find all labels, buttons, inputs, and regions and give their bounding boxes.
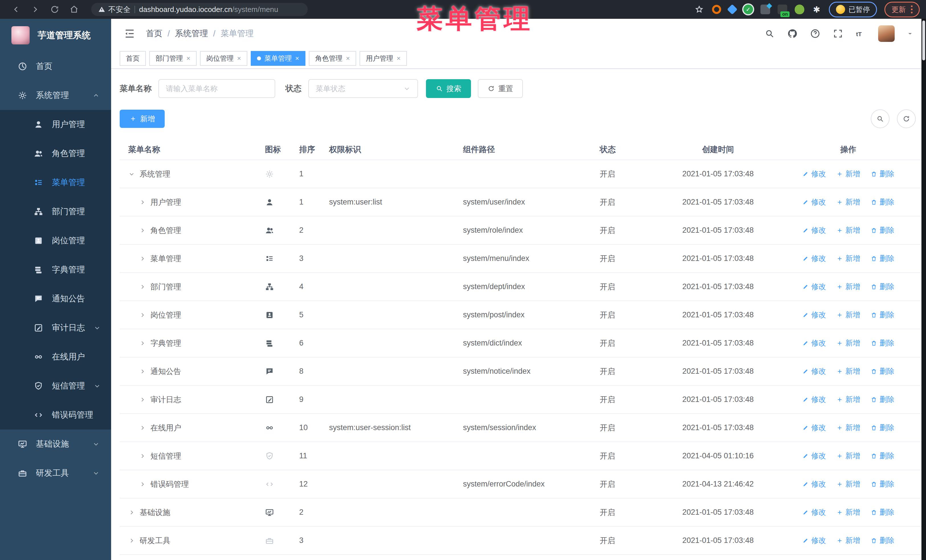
add-child-button[interactable]: 新增 <box>836 507 860 517</box>
edit-button[interactable]: 修改 <box>802 338 826 348</box>
extension-icon[interactable] <box>778 5 787 14</box>
tab-post[interactable]: 岗位管理× <box>200 51 247 66</box>
url-bar[interactable]: 不安全 dashboard.yudao.iocoder.cn/system/me… <box>91 3 308 16</box>
delete-button[interactable]: 删除 <box>870 366 894 376</box>
add-child-button[interactable]: 新增 <box>836 423 860 433</box>
edit-button[interactable]: 修改 <box>802 479 826 489</box>
delete-button[interactable]: 删除 <box>870 197 894 207</box>
breadcrumb-item[interactable]: 系统管理 <box>175 28 208 39</box>
sidebar-item-online-user[interactable]: 在线用户 <box>0 343 111 371</box>
chevron-right-icon[interactable] <box>139 481 146 488</box>
sidebar-item-role[interactable]: 角色管理 <box>0 139 111 168</box>
bookmark-star-icon[interactable] <box>694 4 705 15</box>
tab-dept[interactable]: 部门管理× <box>149 51 197 66</box>
close-icon[interactable]: × <box>396 55 401 62</box>
delete-button[interactable]: 删除 <box>870 169 894 179</box>
extension-icon[interactable] <box>727 4 738 15</box>
edit-button[interactable]: 修改 <box>802 282 826 292</box>
sidebar-collapse-icon[interactable] <box>124 28 136 39</box>
add-child-button[interactable]: 新增 <box>836 225 860 235</box>
close-icon[interactable]: × <box>237 55 241 62</box>
menu-status-select[interactable]: 菜单状态 <box>308 79 418 98</box>
extension-icon[interactable] <box>794 5 804 14</box>
sidebar-item-dict[interactable]: 字典管理 <box>0 255 111 284</box>
delete-button[interactable]: 删除 <box>870 338 894 348</box>
add-child-button[interactable]: 新增 <box>836 282 860 292</box>
edit-button[interactable]: 修改 <box>802 536 826 545</box>
reload-icon[interactable] <box>49 4 61 15</box>
scrollbar[interactable] <box>921 19 926 560</box>
chevron-right-icon[interactable] <box>139 396 146 403</box>
search-icon[interactable] <box>764 28 775 39</box>
add-child-button[interactable]: 新增 <box>836 254 860 264</box>
edit-button[interactable]: 修改 <box>802 423 826 433</box>
extensions-puzzle-icon[interactable]: ✱ <box>812 5 822 14</box>
add-child-button[interactable]: 新增 <box>836 197 860 207</box>
avatar[interactable] <box>878 25 895 42</box>
add-child-button[interactable]: 新增 <box>836 394 860 405</box>
tab-user[interactable]: 用户管理× <box>360 51 407 66</box>
sidebar-item-sms[interactable]: 短信管理 <box>0 371 111 400</box>
home-icon[interactable] <box>68 4 80 15</box>
show-search-button[interactable] <box>871 109 890 128</box>
delete-button[interactable]: 删除 <box>870 507 894 517</box>
chevron-down-icon[interactable] <box>906 30 914 37</box>
back-icon[interactable] <box>10 4 22 15</box>
add-button[interactable]: 新增 <box>120 110 165 128</box>
extension-icon[interactable] <box>761 5 770 14</box>
font-size-icon[interactable]: tT <box>855 28 866 39</box>
reset-button[interactable]: 重置 <box>478 79 523 98</box>
edit-button[interactable]: 修改 <box>802 225 826 235</box>
delete-button[interactable]: 删除 <box>870 451 894 461</box>
add-child-button[interactable]: 新增 <box>836 479 860 489</box>
fullscreen-icon[interactable] <box>832 28 843 39</box>
add-child-button[interactable]: 新增 <box>836 451 860 461</box>
chrome-update-button[interactable]: 更新 <box>884 2 920 17</box>
extension-icon[interactable] <box>712 5 721 14</box>
delete-button[interactable]: 删除 <box>870 423 894 433</box>
chevron-right-icon[interactable] <box>139 340 146 347</box>
close-icon[interactable]: × <box>186 55 190 62</box>
tab-menu[interactable]: 菜单管理× <box>251 51 306 66</box>
security-status[interactable]: 不安全 <box>98 5 130 15</box>
sidebar-item-dev-tools[interactable]: 研发工具 <box>0 459 111 488</box>
chevron-right-icon[interactable] <box>139 424 146 431</box>
sidebar-item-infra[interactable]: 基础设施 <box>0 430 111 459</box>
forward-icon[interactable] <box>30 4 41 15</box>
help-icon[interactable] <box>810 28 820 39</box>
edit-button[interactable]: 修改 <box>802 451 826 461</box>
chrome-menu-icon[interactable] <box>911 5 912 14</box>
add-child-button[interactable]: 新增 <box>836 536 860 545</box>
sidebar-item-notice[interactable]: 通知公告 <box>0 284 111 313</box>
add-child-button[interactable]: 新增 <box>836 310 860 320</box>
refresh-button[interactable] <box>897 109 916 128</box>
edit-button[interactable]: 修改 <box>802 254 826 264</box>
delete-button[interactable]: 删除 <box>870 254 894 264</box>
edit-button[interactable]: 修改 <box>802 507 826 517</box>
github-icon[interactable] <box>787 28 798 39</box>
sidebar-item-menu[interactable]: 菜单管理 <box>0 168 111 197</box>
sidebar-item-user[interactable]: 用户管理 <box>0 110 111 139</box>
add-child-button[interactable]: 新增 <box>836 169 860 179</box>
edit-button[interactable]: 修改 <box>802 310 826 320</box>
chevron-right-icon[interactable] <box>139 453 146 459</box>
delete-button[interactable]: 删除 <box>870 394 894 405</box>
chevron-right-icon[interactable] <box>139 368 146 375</box>
delete-button[interactable]: 删除 <box>870 479 894 489</box>
logo[interactable]: 芋道管理系统 <box>0 19 111 52</box>
menu-name-input[interactable] <box>159 79 275 98</box>
chevron-right-icon[interactable] <box>128 537 135 544</box>
delete-button[interactable]: 删除 <box>870 225 894 235</box>
sidebar-item-dept[interactable]: 部门管理 <box>0 197 111 226</box>
breadcrumb-item[interactable]: 首页 <box>146 28 162 39</box>
delete-button[interactable]: 删除 <box>870 536 894 545</box>
chevron-right-icon[interactable] <box>128 509 135 516</box>
search-button[interactable]: 搜索 <box>426 79 471 98</box>
sidebar-item-home[interactable]: 首页 <box>0 52 111 81</box>
sidebar-item-post[interactable]: 岗位管理 <box>0 226 111 255</box>
chevron-right-icon[interactable] <box>139 227 146 234</box>
tab-role[interactable]: 角色管理× <box>309 51 356 66</box>
extension-icon[interactable]: ✓ <box>743 5 753 14</box>
edit-button[interactable]: 修改 <box>802 394 826 405</box>
close-icon[interactable]: × <box>295 55 299 62</box>
